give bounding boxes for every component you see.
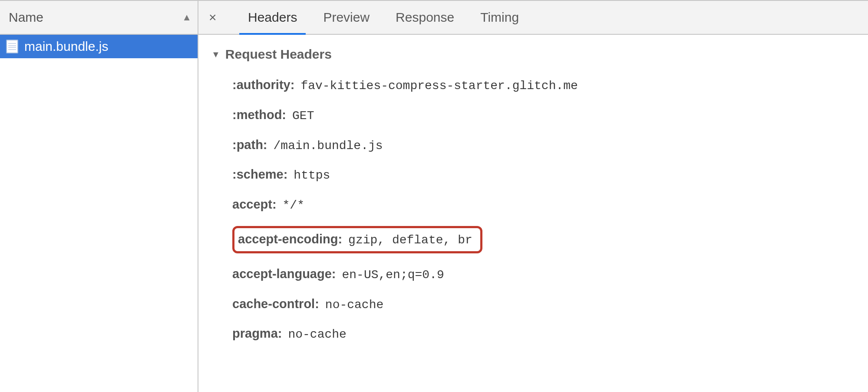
header-name: :path: — [232, 136, 267, 153]
header-name: :method: — [232, 106, 286, 123]
header-row: accept: */* — [232, 190, 855, 220]
header-value: */* — [283, 197, 304, 214]
header-value: no-cache — [288, 326, 346, 343]
devtools-network-panel: Name ▲ main.bundle.js × Headers Preview — [0, 0, 868, 392]
close-icon: × — [209, 10, 217, 25]
header-row: accept-language: en-US,en;q=0.9 — [232, 259, 855, 289]
header-name: cache-control: — [232, 296, 319, 312]
file-icon — [6, 40, 18, 53]
tab-response[interactable]: Response — [383, 1, 467, 34]
tab-timing[interactable]: Timing — [467, 1, 532, 34]
header-name: :authority: — [232, 76, 294, 93]
request-headers-section-toggle[interactable]: ▼ Request Headers — [211, 47, 855, 62]
column-header-name: Name — [9, 10, 43, 25]
tab-label: Response — [396, 10, 454, 25]
request-list-sidebar: Name ▲ main.bundle.js — [0, 1, 198, 392]
header-name: :scheme: — [232, 166, 287, 183]
request-list: main.bundle.js — [0, 35, 198, 392]
header-value: no-cache — [325, 297, 383, 313]
section-title-text: Request Headers — [225, 47, 332, 62]
header-name: accept-encoding: — [238, 231, 342, 248]
request-list-item[interactable]: main.bundle.js — [0, 35, 198, 58]
request-detail-panel: × Headers Preview Response Timing ▼ Requ… — [198, 1, 868, 392]
tab-headers[interactable]: Headers — [235, 1, 310, 34]
header-value: /main.bundle.js — [274, 138, 383, 154]
request-name: main.bundle.js — [24, 39, 108, 54]
header-row-highlighted: accept-encoding: gzip, deflate, br — [232, 220, 855, 259]
header-value: fav-kitties-compress-starter.glitch.me — [300, 78, 578, 94]
header-row: cache-control: no-cache — [232, 289, 855, 319]
tab-label: Headers — [248, 10, 297, 25]
close-button[interactable]: × — [209, 1, 235, 34]
headers-panel-body: ▼ Request Headers :authority: fav-kittie… — [198, 35, 868, 392]
tab-label: Timing — [480, 10, 519, 25]
tab-preview[interactable]: Preview — [310, 1, 383, 34]
header-name: pragma: — [232, 325, 282, 342]
request-headers-list: :authority: fav-kitties-compress-starter… — [232, 70, 855, 349]
header-name: accept-language: — [232, 266, 336, 282]
sort-ascending-icon: ▲ — [182, 12, 191, 23]
header-value: en-US,en;q=0.9 — [342, 267, 444, 283]
disclosure-triangle-down-icon: ▼ — [211, 50, 220, 60]
detail-tabbar: × Headers Preview Response Timing — [198, 1, 868, 35]
header-row: :authority: fav-kitties-compress-starter… — [232, 70, 855, 100]
header-value: https — [294, 167, 330, 184]
header-row: pragma: no-cache — [232, 319, 855, 349]
header-row: :method: GET — [232, 100, 855, 130]
request-list-header[interactable]: Name ▲ — [0, 1, 198, 35]
header-name: accept: — [232, 196, 277, 213]
highlight-box: accept-encoding: gzip, deflate, br — [232, 226, 482, 253]
tab-label: Preview — [323, 10, 370, 25]
header-value: GET — [292, 108, 314, 124]
header-value: gzip, deflate, br — [348, 232, 472, 249]
header-row: :path: /main.bundle.js — [232, 130, 855, 160]
header-row: :scheme: https — [232, 160, 855, 190]
